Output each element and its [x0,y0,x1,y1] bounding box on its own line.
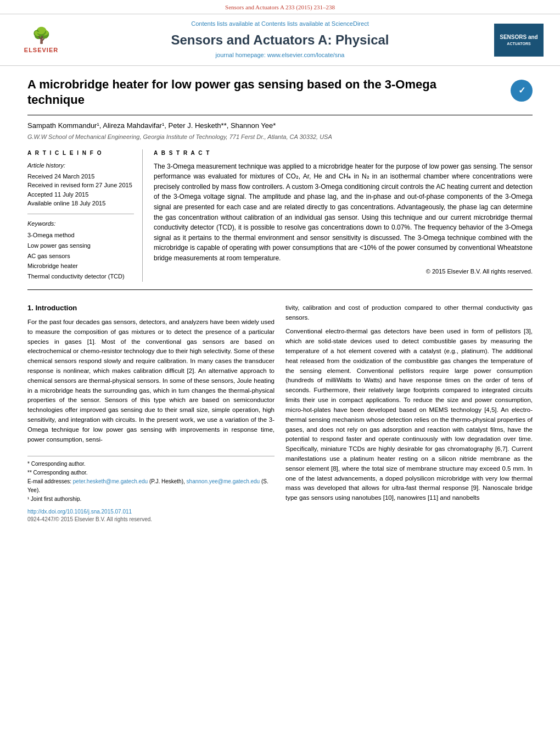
accepted-line: Accepted 11 July 2015 [27,190,134,199]
copyright-line: © 2015 Elsevier B.V. All rights reserved… [154,267,533,276]
body-columns: 1. Introduction For the past four decade… [27,298,533,523]
abstract-text: The 3-Omega measurement technique was ap… [154,161,533,264]
body-right-column: tivity, calibration and cost of producti… [285,303,533,523]
article-content: A microbridge heater for low power gas s… [0,66,560,534]
intro-paragraph-1: For the past four decades gas sensors, d… [27,317,275,445]
right-paragraph-1: tivity, calibration and cost of producti… [285,303,533,323]
sensors-logo-line2: ACTUATORS [507,41,530,47]
journal-title-center: Contents lists available at Contents lis… [66,20,494,59]
sciencedirect-link[interactable]: Contents lists available at Contents lis… [66,20,494,28]
article-info-column: A R T I C L E I N F O Article history: R… [27,149,143,282]
keywords-block: Keywords: 3-Omega method Low power gas s… [27,220,134,282]
citation-text: Sensors and Actuators A 233 (2015) 231–2… [225,4,335,10]
crossmark-icon[interactable]: ✓ [511,80,533,102]
citation-bar: Sensors and Actuators A 233 (2015) 231–2… [0,0,560,14]
article-info-label: A R T I C L E I N F O [27,149,134,157]
article-title: A microbridge heater for low power gas s… [27,77,478,108]
authors-line: Sampath Kommandur¹, Alireza Mahdavifar¹,… [27,121,533,131]
info-abstract-columns: A R T I C L E I N F O Article history: R… [27,149,533,282]
affiliation-line: G.W.W School of Mechanical Engineering, … [27,133,533,141]
footnote-email-block: E-mail addresses: peter.hesketh@me.gatec… [27,477,275,495]
section-divider [27,289,533,290]
email1-person: (P.J. Hesketh), [149,478,185,484]
kw-item-1: 3-Omega method [27,230,134,241]
kw-item-5: Thermal conductivity detector (TCD) [27,271,134,282]
sensors-logo-line1: SENSORS and [500,34,537,41]
footnotes: * Corresponding author. ** Corresponding… [27,456,275,504]
homepage-prefix: journal homepage: [216,52,267,58]
footnote-corresponding-2: ** Corresponding author. [27,468,275,477]
email-label: E-mail addresses: [27,478,71,484]
received-line: Received 24 March 2015 [27,172,134,181]
doi-link[interactable]: http://dx.doi.org/10.1016/j.sna.2015.07.… [27,509,132,515]
elsevier-brand-text: ELSEVIER [24,46,58,54]
intro-heading: 1. Introduction [27,303,275,313]
abstract-label: A B S T R A C T [154,149,533,157]
keywords-title: Keywords: [27,220,134,228]
body-left-column: 1. Introduction For the past four decade… [27,303,275,523]
joint-authorship-note: ¹ Joint first authorship. [27,495,275,504]
sciencedirect-anchor[interactable]: Contents lists available at ScienceDirec… [261,20,369,27]
page-container: Sensors and Actuators A 233 (2015) 231–2… [0,0,560,534]
footnote-corresponding-1: * Corresponding author. [27,460,275,468]
abstract-column: A B S T R A C T The 3-Omega measurement … [154,149,533,282]
kw-item-4: Microbridge heater [27,261,134,271]
elsevier-tree-icon: 🌳 [32,25,51,46]
homepage-anchor[interactable]: www.elsevier.com/locate/sna [267,52,345,58]
issn-copyright: 0924-4247/© 2015 Elsevier B.V. All right… [27,516,275,523]
received-revised-line: Received in revised form 27 June 2015 [27,181,134,190]
article-history-block: Article history: Received 24 March 2015 … [27,161,134,208]
sciencedirect-prefix: Contents lists available at [191,20,261,27]
available-line: Available online 18 July 2015 [27,199,134,208]
email1-link[interactable]: peter.hesketh@me.gatech.edu [73,478,148,484]
doi-section: http://dx.doi.org/10.1016/j.sna.2015.07.… [27,508,275,516]
kw-item-2: Low power gas sensing [27,241,134,251]
journal-header: 🌳 ELSEVIER Contents lists available at C… [0,14,560,65]
email2-link[interactable]: shannon.yee@me.gatech.edu [187,478,260,484]
right-paragraph-2: Conventional electro-thermal gas detecto… [285,327,533,503]
article-title-section: A microbridge heater for low power gas s… [27,77,533,115]
history-title: Article history: [27,161,134,170]
elsevier-logo: 🌳 ELSEVIER [16,24,66,57]
journal-name: Sensors and Actuators A: Physical [66,31,494,49]
sensors-logo-box: SENSORS and ACTUATORS [494,24,544,57]
homepage-link[interactable]: journal homepage: www.elsevier.com/locat… [66,51,494,59]
kw-item-3: AC gas sensors [27,251,134,261]
